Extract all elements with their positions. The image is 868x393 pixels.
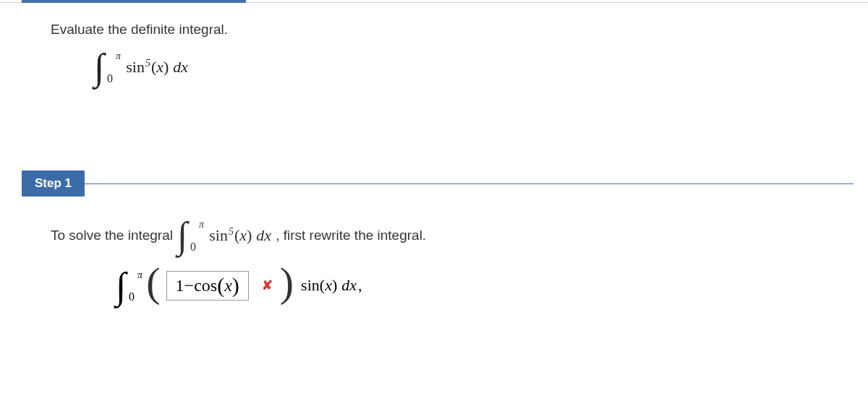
question-content: Evaluate the definite integral. ∫ π 0 si… [51, 22, 810, 111]
step-divider-line [85, 183, 854, 184]
answer-input-box[interactable]: 1 − cos(x) [166, 271, 249, 301]
integral-lower-bound: 0 [190, 241, 196, 254]
trailing-comma: , [358, 276, 362, 295]
rewrite-expression: ∫ π 0 ( 1 − cos(x) ✘ ) sin(x) dx, [116, 271, 810, 301]
integral-lower-bound: 0 [107, 72, 113, 85]
integral-upper-bound: π [199, 219, 204, 230]
inline-integral: ∫ π 0 sin5(x) dx [177, 220, 271, 251]
integral-upper-bound: π [116, 51, 121, 62]
integral-symbol: ∫ π 0 [116, 271, 126, 301]
step-bar: Step 1 [22, 170, 854, 196]
integral-lower-bound: 0 [129, 290, 135, 303]
integral-expression: ∫ π 0 sin5(x) dx [94, 52, 810, 82]
differential: dx [173, 58, 188, 77]
open-big-paren: ( [146, 270, 160, 295]
integrand: sin5(x) [126, 58, 169, 77]
inline-differential: dx [256, 226, 271, 245]
progress-bar [22, 0, 246, 3]
step-badge: Step 1 [22, 170, 85, 196]
integral-upper-bound: π [137, 269, 142, 281]
integral-symbol: ∫ π 0 [177, 220, 187, 251]
solution-sentence: To solve the integral ∫ π 0 sin5(x) dx ,… [51, 220, 810, 251]
incorrect-mark-icon: ✘ [262, 277, 273, 293]
integral-symbol: ∫ π 0 [94, 52, 104, 82]
close-big-paren: ) [280, 270, 294, 295]
inline-integrand: sin5(x) [209, 226, 252, 245]
solution-lead: To solve the integral [51, 228, 173, 243]
solution-trail: , first rewrite the integral. [276, 228, 426, 243]
solution-content: To solve the integral ∫ π 0 sin5(x) dx ,… [51, 220, 810, 301]
question-prompt: Evaluate the definite integral. [51, 22, 810, 38]
rewrite-differential: dx [341, 276, 357, 295]
sin-term: sin(x) [301, 276, 337, 295]
